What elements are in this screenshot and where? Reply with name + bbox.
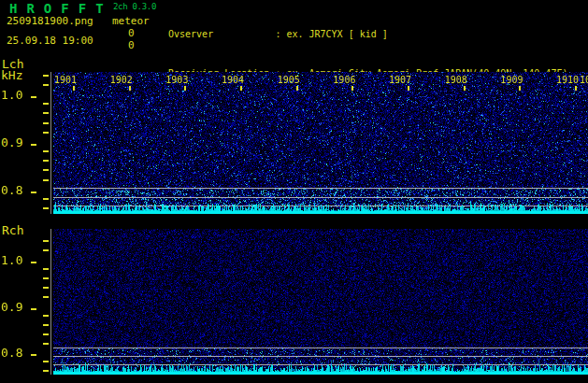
freq-minor-tick [43,179,49,181]
time-label: 1901 [54,75,77,85]
freq-minor-tick [43,361,49,362]
time-label: 1902 [110,75,133,85]
freq-minor-tick [43,343,49,345]
freq-label: 1.0 [1,88,22,102]
freq-minor-tick [43,112,49,114]
time-tick [129,86,131,91]
freq-major-tick [31,144,36,146]
khz-unit-label: kHz [1,68,22,82]
freq-major-tick [31,96,36,98]
timestamp: 25.09.18 19:00 [7,35,93,47]
time-label: 1903 [165,75,188,85]
time-label-clipped: 10 [580,75,588,85]
freq-label: 0.9 [1,300,22,314]
meteor-count-lch: 0 [128,27,135,39]
time-label: 1909 [500,75,523,85]
time-label: 1906 [333,75,355,85]
freq-minor-tick [43,333,49,335]
output-filename: 2509181900.png [7,15,93,27]
freq-major-tick [31,354,36,356]
time-label: 1904 [222,75,244,85]
freq-minor-tick [43,150,49,152]
version-label: 2ch 0.3.0 [113,2,156,11]
freq-minor-tick [43,324,49,326]
freq-minor-tick [43,207,49,209]
time-tick [464,86,466,91]
lch-axis-line [50,72,51,214]
freq-minor-tick [43,84,49,86]
freq-minor-tick [43,160,49,162]
freq-minor-tick [43,287,49,289]
freq-major-tick [31,308,36,310]
freq-major-tick [31,262,36,263]
time-label: 1907 [389,75,411,85]
lch-spectrogram [53,72,588,214]
freq-label: 0.9 [1,135,22,149]
time-tick [575,86,577,91]
freq-label: 0.8 [1,183,22,197]
freq-minor-tick [43,122,49,124]
rch-axis-line [50,229,51,375]
freq-minor-tick [43,249,49,251]
meteor-mode-label: meteor [112,15,150,27]
time-label: 1905 [278,75,300,85]
time-tick [351,86,353,91]
rch-panel-label: Rch [2,223,23,237]
freq-label: 0.8 [1,346,22,360]
freq-major-tick [31,192,36,193]
time-tick [408,86,409,91]
freq-minor-tick [43,315,49,317]
time-tick [519,86,521,91]
freq-minor-tick [43,240,49,242]
freq-minor-tick [43,169,49,171]
time-tick [184,86,186,91]
freq-minor-tick [43,268,49,270]
time-label: 1910 [556,75,579,85]
freq-minor-tick [43,277,49,279]
freq-label: 1.0 [1,253,22,267]
freq-minor-tick [43,370,49,372]
freq-minor-tick [43,103,49,105]
freq-minor-tick [43,75,49,77]
info-line-observer: Ovserver : ex. JR7CYX [ kid ] [168,28,588,41]
freq-minor-tick [43,132,49,134]
meteor-count-rch: 0 [128,39,135,51]
rch-spectrogram [53,229,588,375]
freq-minor-tick [43,198,49,200]
time-tick [240,86,242,91]
time-label: 1908 [445,75,467,85]
freq-minor-tick [43,296,49,298]
time-tick [296,86,298,91]
hrofft-output-image: HROFFT 2ch 0.3.0 2509181900.png meteor 0… [0,0,588,383]
time-tick [73,86,75,91]
app-title: HROFFT [9,1,113,16]
